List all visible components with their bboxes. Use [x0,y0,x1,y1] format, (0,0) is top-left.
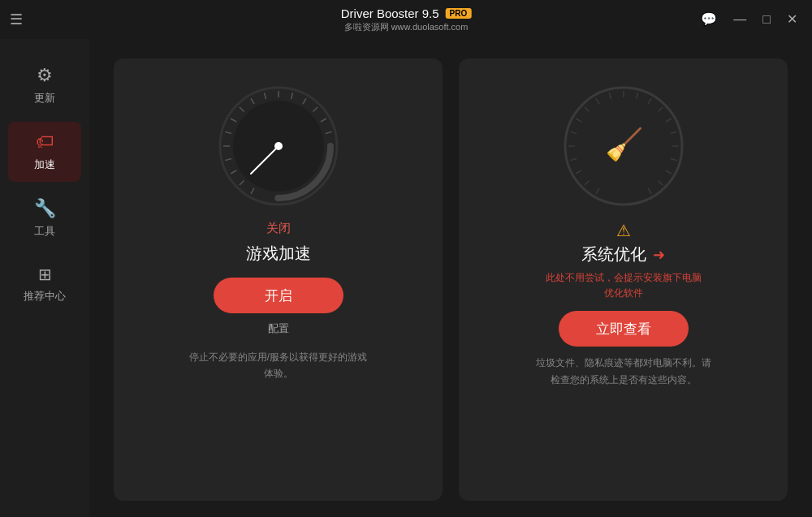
svg-line-39 [648,98,651,104]
svg-line-14 [313,107,317,112]
svg-line-10 [264,93,266,99]
svg-line-13 [303,98,306,104]
svg-line-36 [609,93,611,99]
game-boost-config-link[interactable]: 配置 [268,321,289,336]
sys-optimize-title: 系统优化 [581,243,646,265]
arrow-hint-icon: ➜ [653,246,665,264]
game-boost-gauge [214,81,343,211]
svg-line-45 [665,170,671,174]
svg-line-15 [320,118,326,122]
close-button[interactable]: ✕ [782,11,802,28]
svg-line-9 [251,98,254,104]
svg-point-25 [274,142,283,150]
sidebar: ⚙ 更新 🏷 加速 🔧 工具 ⊞ 推荐中心 [0,39,89,517]
svg-line-12 [291,93,292,99]
sys-optimize-warning: 此处不用尝试，会提示安装旗下电脑优化软件 [542,270,705,301]
main-layout: ⚙ 更新 🏷 加速 🔧 工具 ⊞ 推荐中心 [0,39,812,517]
svg-line-40 [658,107,663,112]
game-boost-start-button[interactable]: 开启 [214,278,343,313]
recommend-icon: ⊞ [38,265,52,284]
sys-optimize-gauge: 🧹 [559,81,689,211]
svg-line-33 [576,118,581,122]
sys-optimize-title-row: 系统优化 ➜ [581,243,665,265]
title-center: Driver Booster 9.5 PRO 多啦资源网 www.duolaso… [341,6,472,33]
svg-line-47 [648,188,651,194]
sidebar-label-update: 更新 [34,91,55,106]
minimize-button[interactable]: — [728,11,751,28]
sidebar-item-tools[interactable]: 🔧 工具 [8,188,81,248]
svg-line-44 [670,159,676,161]
sidebar-item-recommend[interactable]: ⊞ 推荐中心 [8,255,81,313]
svg-line-27 [596,188,599,194]
sidebar-label-tools: 工具 [34,224,55,239]
subtitle: 多啦资源网 www.duolasoft.com [344,21,469,33]
svg-line-30 [570,159,577,161]
svg-line-46 [658,180,663,185]
sidebar-label-boost: 加速 [34,157,55,172]
svg-line-7 [231,118,236,122]
boost-icon: 🏷 [36,131,54,153]
game-boost-title: 游戏加速 [246,243,311,265]
sidebar-item-boost[interactable]: 🏷 加速 [8,122,81,182]
svg-line-42 [670,131,676,133]
svg-line-8 [239,107,244,112]
svg-line-2 [239,180,244,185]
game-boost-status: 关闭 [266,221,291,236]
sys-optimize-card: 🧹 ⚠ 系统优化 ➜ 此处不用尝试，会提示安装旗下电脑优化软件 立即查看 垃圾文… [459,58,788,501]
game-boost-card: 关闭 游戏加速 开启 配置 停止不必要的应用/服务以获得更好的游戏体验。 [114,58,443,501]
maximize-button[interactable]: □ [758,11,775,28]
svg-line-6 [225,131,231,133]
svg-text:🧹: 🧹 [604,126,643,163]
content-area: 关闭 游戏加速 开启 配置 停止不必要的应用/服务以获得更好的游戏体验。 [89,39,812,517]
hamburger-menu[interactable]: ☰ [10,11,23,28]
title-bar: ☰ Driver Booster 9.5 PRO 多啦资源网 www.duola… [0,0,812,39]
svg-line-29 [576,170,581,174]
warning-icon: ⚠ [616,221,631,240]
svg-line-41 [665,118,671,122]
sys-optimize-view-button[interactable]: 立即查看 [559,311,689,347]
sidebar-item-update[interactable]: ⚙ 更新 [8,55,81,115]
message-button[interactable]: 💬 [696,11,722,28]
sys-optimize-desc: 垃圾文件、隐私痕迹等都对电脑不利。请检查您的系统上是否有这些内容。 [534,355,713,388]
svg-line-16 [325,131,331,133]
tools-icon: 🔧 [34,198,56,219]
sidebar-label-recommend: 推荐中心 [24,289,66,304]
pro-badge: PRO [446,8,472,19]
svg-line-35 [596,98,599,104]
svg-line-3 [231,170,236,174]
svg-line-4 [225,159,231,161]
game-boost-desc: 停止不必要的应用/服务以获得更好的游戏体验。 [189,349,368,382]
update-icon: ⚙ [37,65,53,86]
svg-line-38 [636,93,637,99]
app-name: Driver Booster 9.5 [341,6,439,20]
svg-line-1 [251,188,254,194]
svg-line-32 [570,131,577,133]
svg-line-34 [584,107,589,112]
app-title-row: Driver Booster 9.5 PRO [341,6,472,20]
window-controls: 💬 — □ ✕ [696,11,802,28]
svg-line-28 [584,180,589,185]
